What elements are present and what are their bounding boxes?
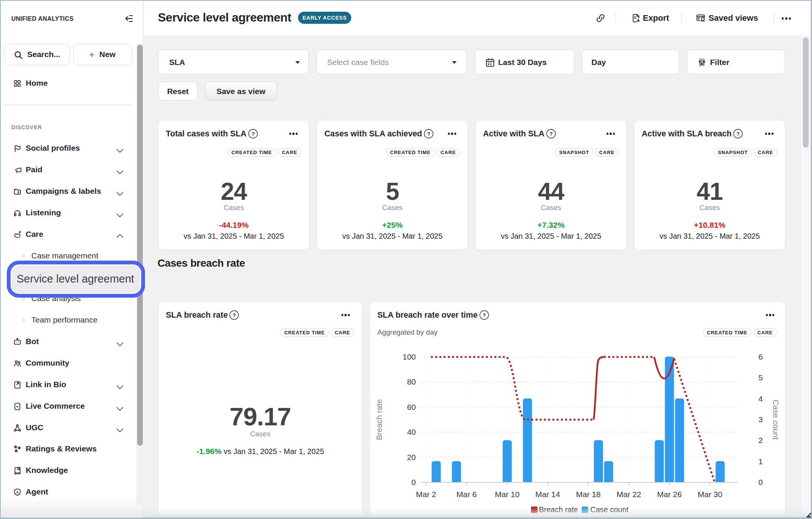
svg-text:6: 6 bbox=[758, 352, 763, 361]
svg-text:80: 80 bbox=[407, 377, 416, 386]
svg-text:?: ? bbox=[549, 131, 552, 137]
svg-text:A: A bbox=[16, 490, 19, 494]
svg-text:Mar 10: Mar 10 bbox=[495, 490, 519, 499]
svg-text:?: ? bbox=[427, 131, 430, 137]
svg-text:3: 3 bbox=[758, 415, 763, 424]
svg-text:Mar 6: Mar 6 bbox=[457, 490, 477, 499]
svg-text:Case count: Case count bbox=[772, 400, 780, 440]
svg-text:5: 5 bbox=[758, 373, 763, 382]
svg-text:0: 0 bbox=[411, 478, 416, 487]
svg-text:Mar 22: Mar 22 bbox=[616, 490, 641, 499]
svg-text:60: 60 bbox=[407, 403, 416, 411]
svg-text:?: ? bbox=[251, 131, 254, 137]
svg-text:4: 4 bbox=[758, 394, 763, 403]
svg-text:Mar 30: Mar 30 bbox=[698, 490, 722, 499]
svg-text:1: 1 bbox=[758, 457, 763, 466]
svg-text:0: 0 bbox=[758, 478, 763, 487]
svg-text:?: ? bbox=[736, 131, 739, 137]
svg-text:Case count: Case count bbox=[590, 505, 629, 514]
svg-text:100: 100 bbox=[403, 352, 416, 361]
svg-text:Mar 26: Mar 26 bbox=[657, 490, 682, 499]
svg-text:Breach rate: Breach rate bbox=[539, 505, 578, 514]
svg-text:Breach rate: Breach rate bbox=[375, 399, 383, 440]
svg-text:40: 40 bbox=[407, 428, 416, 436]
svg-text:?: ? bbox=[233, 312, 236, 318]
svg-text:Mar 2: Mar 2 bbox=[416, 490, 436, 499]
svg-text:2: 2 bbox=[758, 436, 763, 445]
svg-text:Mar 18: Mar 18 bbox=[576, 490, 601, 499]
svg-text:20: 20 bbox=[407, 453, 416, 462]
svg-text:Mar 14: Mar 14 bbox=[536, 490, 560, 499]
